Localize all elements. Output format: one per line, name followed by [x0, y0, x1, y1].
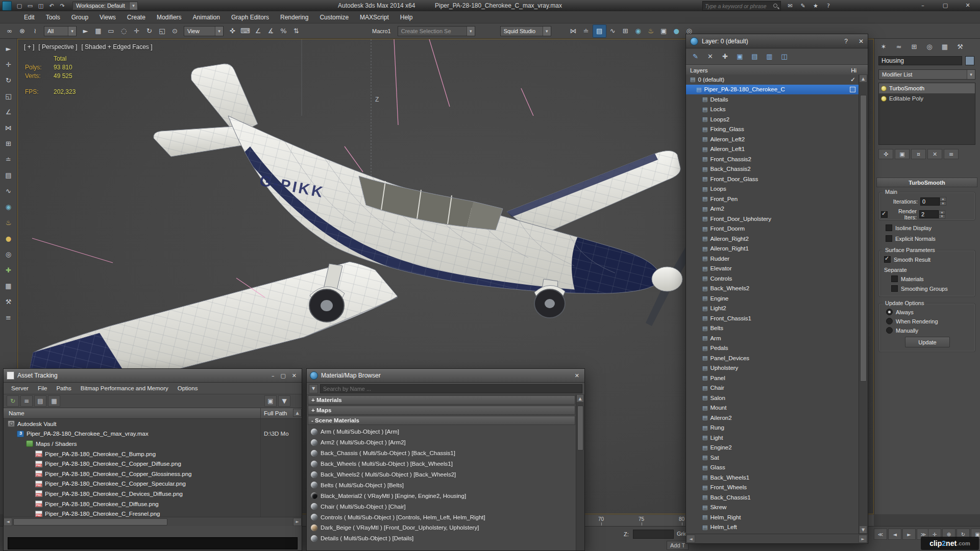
align-icon[interactable]: ≐ — [580, 25, 593, 37]
annotate-icon[interactable]: ✎ — [798, 1, 808, 10]
material-row[interactable]: Back_Wheels ( Multi/Sub-Object ) [Back_W… — [307, 459, 576, 469]
layer-row[interactable]: Aileron_Left1 — [686, 144, 868, 155]
align-tool-icon[interactable]: ≐ — [3, 154, 14, 165]
section-maps[interactable]: + Maps — [308, 406, 575, 415]
select-object-icon[interactable]: ► — [79, 25, 92, 37]
percent-snap-icon[interactable]: % — [277, 25, 290, 37]
menu-item[interactable]: Tools — [40, 11, 66, 23]
layer-properties-icon[interactable]: ▥ — [763, 51, 776, 63]
workspace-dropdown[interactable]: Workspace: Default — [72, 2, 138, 10]
material-row[interactable]: Arm ( Multi/Sub-Object ) [Arm] — [307, 427, 576, 437]
layer-row[interactable]: Engine2 — [686, 443, 868, 453]
snaps-toggle-icon[interactable]: ∠ — [252, 25, 264, 37]
layer-row[interactable]: Aileron_Right1 — [686, 244, 868, 254]
table-view-icon[interactable]: ▦ — [48, 395, 60, 407]
infocenter-help-icon[interactable]: ? — [823, 1, 834, 10]
explicit-normals-checkbox[interactable]: Explicit Normals — [886, 235, 936, 242]
bind-to-spacewarp-icon[interactable]: ≀ — [29, 25, 41, 37]
minimize-button[interactable]: – — [272, 372, 275, 379]
asset-tracking-titlebar[interactable]: Asset Tracking –▢✕ — [4, 369, 302, 383]
use-pivot-center-icon[interactable]: ⊙ — [168, 25, 181, 37]
asset-menu-item[interactable]: Bitmap Performance and Memory — [76, 385, 173, 391]
layer-row[interactable]: Mount — [686, 403, 868, 413]
rectangular-region-icon[interactable]: ▭ — [105, 25, 117, 37]
update-button[interactable]: Update — [905, 337, 950, 347]
tab-modify[interactable]: ≈ — [893, 41, 905, 52]
layer-row[interactable]: Chair — [686, 383, 868, 393]
layer-row[interactable]: Aileron_Right2 — [686, 234, 868, 244]
menu-item[interactable]: Edit — [18, 11, 40, 23]
tab-display[interactable]: ▦ — [939, 41, 951, 52]
scroll-right-button[interactable] — [859, 535, 867, 543]
layer-row[interactable]: Back_Wheels1 — [686, 472, 868, 483]
app-logo-icon[interactable] — [2, 1, 12, 11]
array-tool-icon[interactable]: ⊞ — [3, 138, 14, 149]
layer-row[interactable]: Engine — [686, 293, 868, 304]
layer-row[interactable]: Elevator — [686, 264, 868, 274]
layer-manager-icon[interactable]: ▤ — [593, 24, 606, 38]
material-vertical-scrollbar[interactable] — [576, 394, 584, 550]
asset-menu-item[interactable]: Server — [7, 385, 33, 391]
select-scale-icon[interactable]: ◱ — [156, 25, 168, 37]
layer-row[interactable]: Pedals — [686, 343, 868, 354]
modifier-enabled-icon[interactable] — [881, 86, 887, 91]
scrollbar-thumb[interactable] — [577, 406, 583, 450]
viewport-shading-menu[interactable]: Shaded + Edged Faces — [81, 43, 152, 51]
scroll-down-button[interactable] — [859, 525, 867, 534]
select-tool-icon[interactable]: ► — [3, 43, 14, 54]
angle-snap-icon[interactable]: ∡ — [264, 25, 277, 37]
previous-frame-button[interactable]: ◄ — [888, 529, 901, 540]
menu-item[interactable]: Modifiers — [151, 11, 187, 23]
asset-row[interactable]: Piper_PA-28-180_Cherokee_C_Copper_Specul… — [4, 479, 302, 489]
favorites-icon[interactable]: ★ — [811, 1, 821, 10]
column-name[interactable]: Name — [4, 408, 261, 418]
modifier-enabled-icon[interactable] — [881, 96, 887, 102]
z-coordinate-field[interactable] — [633, 530, 674, 539]
layer-row[interactable]: Front_Wheels — [686, 483, 868, 493]
layer-row[interactable]: Back_Chassis1 — [686, 492, 868, 503]
current-layer-check-icon[interactable]: ✓ — [850, 76, 855, 83]
refresh-assets-icon[interactable]: ↻ — [7, 395, 19, 407]
select-layer-objects-icon[interactable]: ▣ — [733, 51, 746, 63]
mirror-icon[interactable]: ⋈ — [567, 25, 580, 37]
menu-item[interactable]: Group — [66, 11, 94, 23]
scrollbar-thumb[interactable] — [13, 518, 167, 525]
add-selection-to-layer-icon[interactable]: ✚ — [719, 51, 731, 63]
go-to-start-button[interactable]: ≪ — [874, 529, 887, 540]
layer-row[interactable]: Panel — [686, 373, 868, 383]
layer-row[interactable]: Back_Wheels2 — [686, 284, 868, 294]
filter-icon[interactable]: ▼ — [278, 395, 290, 407]
filter-icon[interactable]: ▼ — [309, 384, 318, 393]
rendered-frame-icon[interactable]: ▣ — [657, 25, 670, 37]
menu-item[interactable]: Graph Editors — [226, 11, 275, 23]
asset-row[interactable]: Piper_PA-28-180_Cherokee_C_Diffuse.png — [4, 499, 302, 509]
asset-menu-item[interactable]: Options — [173, 385, 203, 391]
menu-item[interactable]: Animation — [187, 11, 226, 23]
select-rotate-icon[interactable]: ↻ — [143, 25, 156, 37]
utilities-tool-icon[interactable]: ⚒ — [3, 296, 14, 307]
menu-item[interactable]: Customize — [314, 11, 354, 23]
save-file-icon[interactable]: ◫ — [36, 1, 46, 10]
minimize-button[interactable]: – — [912, 0, 934, 11]
maxscript-tool-icon[interactable]: ≡ — [3, 312, 14, 323]
layers-tool-icon[interactable]: ▤ — [3, 169, 14, 181]
configure-modifier-icon[interactable]: ≡ — [944, 149, 959, 159]
close-button[interactable]: ✕ — [859, 38, 864, 45]
layer-row[interactable]: Front_Door_Upholstery — [686, 214, 868, 224]
material-row[interactable]: Dark_Beige ( VRayMtl ) [Front_Door_Uphol… — [307, 522, 576, 533]
material-browser-titlebar[interactable]: Material/Map Browser ✕ — [307, 369, 584, 383]
layer-row-default[interactable]: 0 (default) ✓ — [686, 74, 868, 85]
layer-row[interactable]: Fixing_Glass — [686, 124, 868, 135]
layer-row[interactable]: Front_Chassis2 — [686, 154, 868, 164]
render-tool-icon[interactable]: ♨ — [3, 217, 14, 228]
reference-coordinate-dropdown[interactable]: View — [184, 26, 224, 36]
layer-row[interactable]: Salon — [686, 393, 868, 403]
material-row[interactable]: Belts ( Multi/Sub-Object ) [Belts] — [307, 480, 576, 490]
material-row[interactable]: Controls ( Multi/Sub-Object ) [Controls,… — [307, 512, 576, 522]
help-button[interactable]: ? — [844, 38, 848, 45]
named-selection-sets-dropdown[interactable]: Create Selection Se — [398, 26, 475, 36]
menu-item[interactable]: Rendering — [275, 11, 314, 23]
close-button[interactable]: ✕ — [292, 372, 297, 379]
tab-motion[interactable]: ◎ — [923, 41, 936, 52]
scroll-up-button[interactable] — [576, 394, 584, 403]
